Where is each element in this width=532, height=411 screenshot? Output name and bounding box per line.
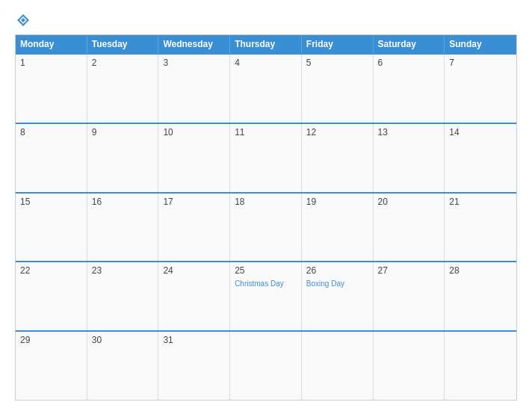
calendar-cell: 7	[445, 55, 516, 123]
day-number: 19	[306, 197, 368, 207]
calendar-week: 15161718192021	[16, 192, 516, 262]
day-of-week-header: Wednesday	[158, 35, 230, 53]
day-number: 12	[306, 127, 368, 137]
calendar-header-row: MondayTuesdayWednesdayThursdayFridaySatu…	[16, 35, 516, 53]
calendar-body: 1234567891011121314151617181920212223242…	[16, 53, 516, 400]
calendar-cell: 4	[230, 55, 302, 123]
day-of-week-header: Friday	[302, 35, 374, 53]
calendar-cell	[445, 332, 516, 400]
calendar-cell: 23	[87, 262, 159, 330]
calendar-cell: 26Boxing Day	[302, 262, 374, 330]
calendar-cell: 2	[87, 55, 159, 123]
calendar-cell: 18	[230, 194, 302, 262]
day-of-week-header: Monday	[16, 35, 87, 53]
day-number: 21	[449, 197, 512, 207]
calendar-cell: 3	[158, 55, 230, 123]
day-number: 20	[378, 197, 440, 207]
logo	[15, 13, 30, 27]
calendar-cell	[302, 332, 374, 400]
calendar-cell: 31	[158, 332, 230, 400]
day-number: 4	[235, 58, 297, 68]
day-number: 2	[92, 58, 154, 68]
day-number: 5	[306, 58, 368, 68]
calendar-cell: 22	[16, 262, 87, 330]
day-number: 27	[378, 265, 440, 276]
calendar-week: 293031	[16, 330, 516, 400]
day-of-week-header: Tuesday	[87, 35, 159, 53]
calendar-cell: 17	[158, 194, 230, 262]
calendar-cell: 8	[16, 124, 87, 192]
calendar-cell: 28	[445, 262, 516, 330]
calendar-cell: 15	[16, 194, 87, 262]
calendar-cell: 27	[374, 262, 445, 330]
calendar-week: 1234567	[16, 53, 516, 123]
day-number: 10	[163, 127, 225, 137]
calendar-week: 891011121314	[16, 123, 516, 192]
day-number: 25	[235, 265, 297, 276]
calendar-cell: 19	[302, 194, 374, 262]
logo-icon	[16, 13, 30, 27]
day-number: 1	[20, 58, 82, 68]
calendar-cell: 9	[87, 124, 159, 192]
day-number: 14	[449, 127, 512, 137]
calendar-cell: 10	[158, 124, 230, 192]
calendar-week: 22232425Christmas Day26Boxing Day2728	[16, 261, 516, 330]
calendar-cell: 1	[16, 55, 87, 123]
day-number: 28	[449, 265, 512, 276]
day-number: 9	[92, 127, 154, 137]
day-number: 22	[20, 265, 82, 276]
calendar-cell: 24	[158, 262, 230, 330]
calendar-cell: 12	[302, 124, 374, 192]
day-number: 24	[163, 265, 225, 276]
calendar-cell	[230, 332, 302, 400]
day-number: 15	[20, 197, 82, 207]
holiday-label: Boxing Day	[306, 279, 368, 288]
calendar-cell: 16	[87, 194, 159, 262]
day-number: 23	[92, 265, 154, 276]
calendar-page: MondayTuesdayWednesdayThursdayFridaySatu…	[0, 0, 532, 411]
day-number: 3	[163, 58, 225, 68]
calendar-cell: 25Christmas Day	[230, 262, 302, 330]
day-of-week-header: Sunday	[445, 35, 516, 53]
day-number: 16	[92, 197, 154, 207]
day-of-week-header: Saturday	[374, 35, 445, 53]
day-number: 6	[378, 58, 440, 68]
day-number: 29	[20, 335, 82, 345]
day-number: 31	[163, 335, 225, 345]
day-number: 30	[92, 335, 154, 345]
calendar-cell: 6	[374, 55, 445, 123]
day-number: 7	[449, 58, 512, 68]
calendar-cell: 29	[16, 332, 87, 400]
day-number: 17	[163, 197, 225, 207]
day-number: 13	[378, 127, 440, 137]
day-number: 18	[235, 197, 297, 207]
calendar-grid: MondayTuesdayWednesdayThursdayFridaySatu…	[15, 34, 517, 401]
day-number: 8	[20, 127, 82, 137]
day-of-week-header: Thursday	[230, 35, 302, 53]
calendar-cell: 14	[445, 124, 516, 192]
calendar-cell: 30	[87, 332, 159, 400]
day-number: 11	[235, 127, 297, 137]
calendar-cell	[374, 332, 445, 400]
day-number: 26	[306, 265, 368, 276]
holiday-label: Christmas Day	[235, 279, 297, 288]
page-header	[15, 13, 517, 27]
calendar-cell: 21	[445, 194, 516, 262]
calendar-cell: 13	[374, 124, 445, 192]
calendar-cell: 11	[230, 124, 302, 192]
calendar-cell: 20	[374, 194, 445, 262]
calendar-cell: 5	[302, 55, 374, 123]
